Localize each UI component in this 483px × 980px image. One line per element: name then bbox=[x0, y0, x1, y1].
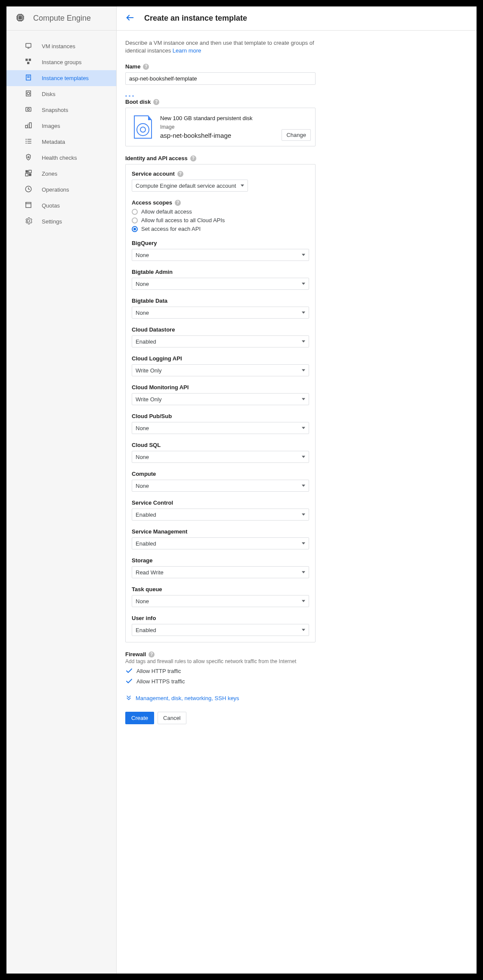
api-label: Cloud SQL bbox=[132, 442, 309, 448]
svg-point-45 bbox=[140, 127, 146, 132]
api-scope-block: Cloud SQLNone bbox=[132, 442, 309, 463]
sidebar-item-label: Instance groups bbox=[42, 59, 82, 65]
api-scope-block: Bigtable DataNone bbox=[132, 298, 309, 319]
help-icon[interactable]: ? bbox=[190, 155, 196, 161]
api-scope-block: ComputeNone bbox=[132, 471, 309, 492]
sidebar-item-images[interactable]: Images bbox=[6, 118, 116, 134]
firewall-checkbox[interactable]: Allow HTTPS traffic bbox=[125, 677, 468, 685]
sidebar-item-zones[interactable]: Zones bbox=[6, 166, 116, 182]
access-scope-radio[interactable]: Set access for each API bbox=[132, 226, 309, 232]
svg-rect-42 bbox=[26, 202, 31, 208]
sidebar-item-label: Quotas bbox=[42, 202, 60, 209]
help-icon[interactable]: ? bbox=[143, 64, 149, 70]
api-scope-block: Task queueNone bbox=[132, 586, 309, 607]
radio-icon bbox=[132, 226, 138, 232]
service-account-select[interactable]: Compute Engine default service account bbox=[132, 180, 248, 192]
metadata-icon bbox=[25, 137, 32, 146]
api-label: Bigtable Admin bbox=[132, 269, 309, 275]
sidebar-item-health-checks[interactable]: Health checks bbox=[6, 150, 116, 166]
sidebar-item-metadata[interactable]: Metadata bbox=[6, 134, 116, 150]
sidebar-item-snapshots[interactable]: Snapshots bbox=[6, 102, 116, 118]
help-icon[interactable]: ? bbox=[149, 651, 155, 657]
sidebar-item-operations[interactable]: Operations bbox=[6, 182, 116, 198]
api-scope-select[interactable]: Enabled bbox=[132, 335, 309, 347]
change-button[interactable]: Change bbox=[282, 129, 311, 141]
api-label: Cloud Logging API bbox=[132, 355, 309, 362]
api-label: Service Control bbox=[132, 499, 309, 506]
image-icon bbox=[25, 121, 32, 130]
api-scope-select[interactable]: Enabled bbox=[132, 537, 309, 549]
compute-engine-icon bbox=[15, 12, 25, 24]
boot-disk-label: Boot disk? bbox=[125, 99, 468, 105]
sidebar-item-quotas[interactable]: Quotas bbox=[6, 198, 116, 214]
svg-rect-36 bbox=[27, 157, 30, 158]
groups-icon bbox=[25, 58, 32, 67]
api-label: User info bbox=[132, 615, 309, 621]
checkmark-icon bbox=[125, 667, 133, 675]
api-scope-select[interactable]: Enabled bbox=[132, 624, 309, 636]
expand-management-link[interactable]: Management, disk, networking, SSH keys bbox=[125, 695, 468, 701]
svg-rect-15 bbox=[28, 48, 30, 49]
svg-point-44 bbox=[137, 124, 149, 136]
sidebar-item-settings[interactable]: Settings bbox=[6, 214, 116, 229]
api-scope-select[interactable]: Write Only bbox=[132, 393, 309, 405]
svg-point-23 bbox=[27, 92, 30, 95]
access-scope-radio[interactable]: Allow full access to all Cloud APIs bbox=[132, 217, 309, 223]
api-scope-select[interactable]: None bbox=[132, 278, 309, 290]
help-icon[interactable]: ? bbox=[177, 171, 183, 177]
disk-icon bbox=[25, 90, 32, 99]
api-scope-select[interactable]: Write Only bbox=[132, 364, 309, 376]
svg-rect-33 bbox=[25, 143, 27, 144]
api-scope-select[interactable]: None bbox=[132, 422, 309, 434]
sidebar-item-label: Health checks bbox=[42, 155, 77, 161]
api-label: Compute bbox=[132, 471, 309, 477]
cancel-button[interactable]: Cancel bbox=[158, 712, 186, 724]
api-label: Bigtable Data bbox=[132, 298, 309, 304]
learn-more-link[interactable]: Learn more bbox=[173, 47, 201, 54]
api-label: Storage bbox=[132, 557, 309, 564]
api-scope-select[interactable]: Enabled bbox=[132, 509, 309, 521]
svg-rect-18 bbox=[27, 62, 29, 64]
snapshot-icon bbox=[25, 105, 32, 115]
disk-icon bbox=[133, 115, 153, 139]
help-icon[interactable]: ? bbox=[175, 200, 181, 206]
radio-icon bbox=[132, 209, 138, 215]
api-scope-select[interactable]: None bbox=[132, 451, 309, 463]
create-button[interactable]: Create bbox=[125, 712, 154, 724]
sidebar-item-label: Instance templates bbox=[42, 75, 89, 81]
api-label: Service Management bbox=[132, 528, 309, 535]
svg-rect-16 bbox=[25, 59, 28, 61]
page-title: Create an instance template bbox=[144, 14, 247, 23]
firewall-checkbox[interactable]: Allow HTTP traffic bbox=[125, 667, 468, 675]
api-scope-block: Bigtable AdminNone bbox=[132, 269, 309, 290]
radio-label: Allow default access bbox=[141, 208, 192, 215]
api-scope-select[interactable]: None bbox=[132, 249, 309, 261]
api-scope-select[interactable]: Read Write bbox=[132, 566, 309, 578]
name-input[interactable] bbox=[125, 72, 316, 85]
health-icon bbox=[25, 153, 32, 162]
sidebar-title: Compute Engine bbox=[33, 14, 91, 23]
firewall-description: Add tags and firewall rules to allow spe… bbox=[125, 658, 468, 664]
sidebar-item-label: Operations bbox=[42, 186, 69, 193]
settings-icon bbox=[25, 217, 32, 226]
api-scope-select[interactable]: None bbox=[132, 480, 309, 492]
access-scope-radio[interactable]: Allow default access bbox=[132, 208, 309, 215]
svg-rect-29 bbox=[25, 139, 27, 140]
api-scope-select[interactable]: None bbox=[132, 595, 309, 607]
api-label: BigQuery bbox=[132, 240, 309, 246]
service-account-label: Service account? bbox=[132, 171, 309, 177]
sidebar-item-vm-instances[interactable]: VM instances bbox=[6, 38, 116, 54]
checkbox-label: Allow HTTPS traffic bbox=[136, 678, 185, 685]
back-arrow-icon[interactable] bbox=[125, 13, 135, 24]
sidebar-item-disks[interactable]: Disks bbox=[6, 86, 116, 102]
help-icon[interactable]: ? bbox=[153, 99, 159, 105]
template-icon bbox=[25, 74, 32, 83]
api-scope-select[interactable]: None bbox=[132, 307, 309, 319]
sidebar-item-label: Snapshots bbox=[42, 107, 68, 113]
svg-rect-38 bbox=[29, 170, 31, 173]
more-options-dots-icon[interactable] bbox=[125, 95, 468, 97]
api-label: Cloud Pub/Sub bbox=[132, 413, 309, 419]
sidebar-item-instance-templates[interactable]: Instance templates bbox=[6, 70, 116, 86]
sidebar-item-instance-groups[interactable]: Instance groups bbox=[6, 54, 116, 70]
firewall-label: Firewall? bbox=[125, 651, 468, 657]
